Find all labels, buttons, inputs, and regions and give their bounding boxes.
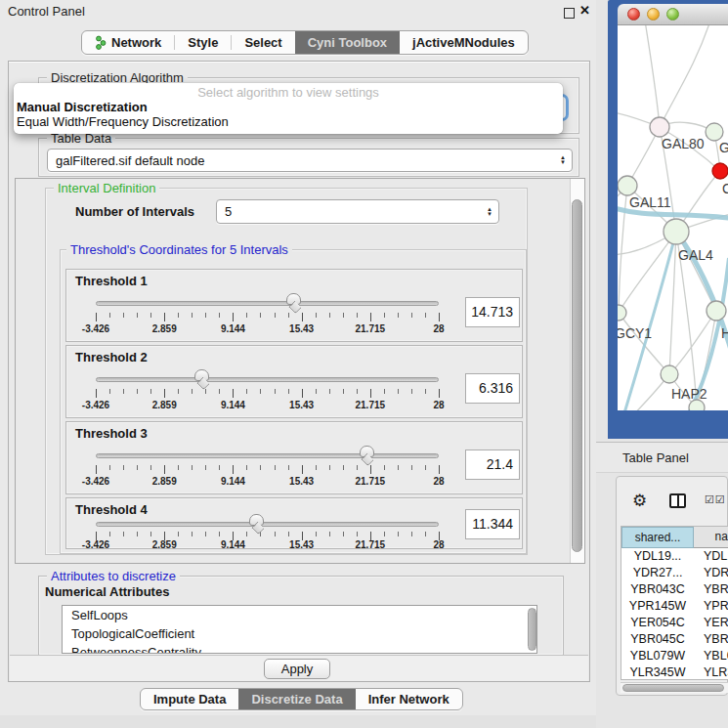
node-attribute-table[interactable]: shared... name YDL19...YDL1YDR27...YDR2Y… bbox=[621, 526, 728, 680]
vertical-scrollbar-thumb[interactable] bbox=[572, 199, 582, 552]
table-cell-shared-name[interactable]: YER054C bbox=[621, 615, 694, 631]
column-header-shared-name[interactable]: shared... bbox=[621, 527, 694, 548]
attribute-list-item[interactable]: SelfLoops bbox=[63, 606, 536, 624]
threshold-value-field[interactable]: 21.4 bbox=[465, 450, 520, 480]
table-cell-name[interactable]: YLR3 bbox=[694, 664, 728, 680]
table-row[interactable]: YLR345WYLR3 bbox=[621, 664, 728, 680]
attributes-list-scrollbar[interactable] bbox=[528, 608, 536, 651]
network-window-titlebar[interactable] bbox=[618, 4, 728, 25]
slider-tick-label: 15.43 bbox=[289, 400, 314, 410]
attribute-list-item[interactable]: BetweennessCentrality bbox=[63, 643, 536, 654]
table-cell-shared-name[interactable]: YPR145W bbox=[621, 598, 694, 615]
table-cell-name[interactable]: YBL0 bbox=[694, 648, 728, 664]
table-data-value: galFiltered.sif default node bbox=[56, 153, 204, 168]
table-row[interactable]: YPR145WYPR1 bbox=[621, 598, 728, 615]
table-cell-name[interactable]: YDR2 bbox=[694, 565, 728, 581]
network-node[interactable] bbox=[664, 219, 689, 244]
thresholds-group-label: Threshold's Coordinates for 5 Intervals bbox=[66, 242, 292, 257]
table-cell-name[interactable]: YDL1 bbox=[694, 548, 728, 565]
network-node[interactable] bbox=[661, 365, 678, 383]
network-node-label[interactable]: GAL11 bbox=[629, 194, 671, 210]
column-header-name[interactable]: name bbox=[694, 527, 728, 548]
algorithm-option-manual[interactable]: Manual Discretization bbox=[17, 100, 148, 114]
vertical-scrollbar[interactable] bbox=[570, 179, 584, 563]
minimize-traffic-light-icon[interactable] bbox=[647, 8, 660, 21]
table-cell-shared-name[interactable]: YBL079W bbox=[621, 648, 694, 664]
table-cell-shared-name[interactable]: YDL19... bbox=[621, 548, 694, 565]
table-row[interactable]: YBR043CYBR0 bbox=[621, 581, 728, 598]
network-graph: GAL80GAL11GAL4GCY1HAP2GCH bbox=[618, 25, 728, 410]
network-node[interactable] bbox=[618, 305, 626, 321]
algorithm-option-equal-width[interactable]: Equal Width/Frequency Discretization bbox=[17, 114, 229, 129]
network-node-label[interactable]: GAL4 bbox=[678, 247, 713, 263]
network-node-label[interactable]: C bbox=[722, 181, 728, 196]
combo-spinner-icon[interactable]: ▲▼ bbox=[560, 155, 566, 165]
control-panel-titlebar: Control Panel ✕ bbox=[0, 0, 598, 23]
network-node[interactable] bbox=[707, 301, 726, 321]
threshold-value-field[interactable]: 11.344 bbox=[465, 509, 520, 539]
network-canvas[interactable]: GAL80GAL11GAL4GCY1HAP2GCH bbox=[618, 25, 728, 410]
threshold-value-field[interactable]: 6.316 bbox=[465, 373, 520, 404]
threshold-slider-track[interactable] bbox=[96, 453, 439, 458]
threshold-value-field[interactable]: 14.713 bbox=[465, 297, 520, 327]
table-cell-shared-name[interactable]: YBR045C bbox=[621, 631, 694, 648]
tab-jactivemnodules[interactable]: jActiveMNodules bbox=[400, 31, 528, 54]
attribute-list-item[interactable]: TopologicalCoefficient bbox=[63, 624, 536, 643]
close-icon[interactable]: ✕ bbox=[579, 3, 590, 18]
apply-button[interactable]: Apply bbox=[264, 659, 330, 679]
threshold-slider-thumb[interactable] bbox=[286, 293, 301, 305]
apply-strip: Apply bbox=[10, 655, 588, 681]
tab-network[interactable]: Network bbox=[82, 31, 174, 54]
tab-infer-network[interactable]: Infer Network bbox=[356, 689, 462, 709]
tab-select[interactable]: Select bbox=[232, 31, 294, 54]
tab-style[interactable]: Style bbox=[175, 31, 231, 54]
gear-icon[interactable]: ⚙ bbox=[632, 491, 647, 511]
table-data-combobox[interactable]: galFiltered.sif default node ▲▼ bbox=[47, 149, 573, 172]
table-cell-name[interactable]: YPR1 bbox=[694, 598, 728, 615]
table-row[interactable]: YER054CYER0 bbox=[621, 615, 728, 631]
network-node-label[interactable]: GAL80 bbox=[662, 136, 705, 151]
tab-impute-data[interactable]: Impute Data bbox=[141, 689, 238, 709]
network-node[interactable] bbox=[689, 400, 705, 410]
network-node[interactable] bbox=[706, 123, 723, 141]
tab-label: Select bbox=[244, 35, 281, 50]
threshold-slider-thumb[interactable] bbox=[360, 446, 374, 457]
threshold-slider-thumb[interactable] bbox=[249, 514, 264, 526]
threshold-slider-thumb[interactable] bbox=[194, 369, 209, 381]
close-traffic-light-icon[interactable] bbox=[627, 8, 640, 21]
table-row[interactable]: YDL19...YDL1 bbox=[621, 548, 728, 565]
table-row[interactable]: YDR27...YDR2 bbox=[621, 565, 728, 581]
numerical-attributes-list[interactable]: SelfLoopsTopologicalCoefficientBetweenne… bbox=[62, 605, 537, 654]
zoom-traffic-light-icon[interactable] bbox=[666, 8, 679, 21]
tab-label: Style bbox=[188, 35, 218, 50]
table-cell-name[interactable]: YER0 bbox=[694, 615, 728, 631]
network-node[interactable] bbox=[650, 117, 669, 137]
number-of-intervals-label: Number of Intervals bbox=[75, 204, 194, 219]
table-cell-shared-name[interactable]: YLR345W bbox=[621, 664, 694, 680]
table-cell-name[interactable]: YBR0 bbox=[694, 581, 728, 598]
threshold-slider-track[interactable] bbox=[96, 301, 439, 306]
network-node-label[interactable]: G bbox=[719, 140, 728, 155]
network-node[interactable] bbox=[712, 163, 728, 179]
network-node[interactable] bbox=[618, 176, 637, 195]
threshold-slider-track[interactable] bbox=[96, 522, 439, 527]
threshold-slider-track[interactable] bbox=[96, 377, 439, 382]
tab-cyni-toolbox[interactable]: Cyni Toolbox bbox=[295, 31, 400, 54]
table-row[interactable]: YBR045CYBR0 bbox=[621, 631, 728, 648]
table-hscrollbar-thumb[interactable] bbox=[622, 684, 724, 692]
table-panel-body: ⚙ ☑☑ shared... name YDL19...YDL1YDR27...… bbox=[616, 476, 728, 696]
table-horizontal-scrollbar[interactable] bbox=[621, 682, 728, 693]
number-of-intervals-combobox[interactable]: 5 ▲▼ bbox=[216, 199, 499, 224]
table-row[interactable]: YBL079WYBL0 bbox=[621, 648, 728, 664]
network-node-label[interactable]: GCY1 bbox=[618, 325, 652, 341]
combo-spinner-icon[interactable]: ▲▼ bbox=[487, 207, 492, 217]
table-cell-shared-name[interactable]: YBR043C bbox=[621, 581, 694, 598]
table-cell-shared-name[interactable]: YDR27... bbox=[621, 565, 694, 581]
tab-discretize-data[interactable]: Discretize Data bbox=[238, 689, 355, 709]
columns-icon[interactable] bbox=[669, 493, 686, 508]
network-node-label[interactable]: H bbox=[721, 325, 728, 341]
table-cell-name[interactable]: YBR0 bbox=[694, 631, 728, 648]
select-columns-checkboxes-icon[interactable]: ☑☑ bbox=[705, 493, 726, 506]
network-node-label[interactable]: HAP2 bbox=[671, 386, 707, 402]
float-window-icon[interactable] bbox=[564, 8, 575, 19]
